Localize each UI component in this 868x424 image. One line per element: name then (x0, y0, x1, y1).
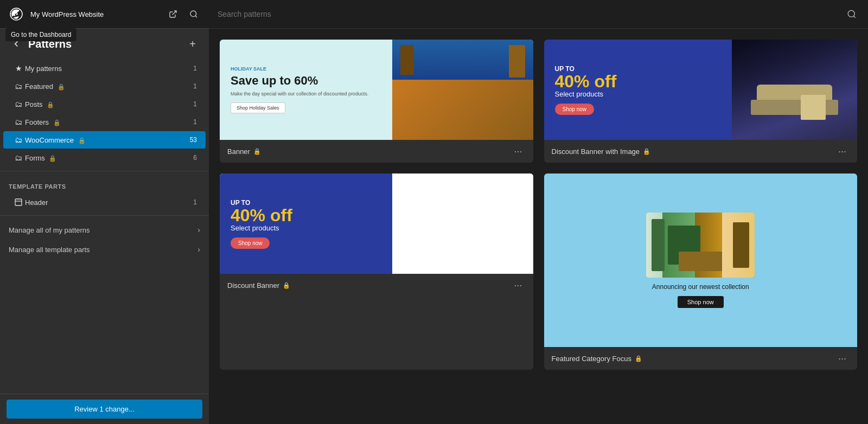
wp-logo (8, 5, 25, 23)
site-title: My WordPress Website (30, 10, 160, 18)
tooltip: Go to the Dashboard (5, 28, 76, 41)
lock-icon: 🔒 (283, 282, 290, 289)
template-parts-label: TEMPLATE PARTS (0, 176, 209, 193)
sidebar-item-label: Posts 🔒 (25, 100, 193, 108)
sidebar-item-header[interactable]: Header 1 (3, 194, 206, 211)
pattern-preview: UP TO 40% off Select products Shop now (544, 40, 858, 140)
banner-holiday-text: HOLIDAY SALE (231, 66, 381, 72)
discount-left-half: UP TO 40% off Select products Shop now (220, 174, 392, 274)
sidebar-item-label: Featured 🔒 (25, 82, 193, 91)
review-changes-button[interactable]: Review 1 change... (7, 400, 202, 419)
sidebar-item-count: 53 (190, 136, 197, 144)
manage-template-parts-label: Manage all template parts (9, 246, 90, 254)
sidebar-item-label: Forms 🔒 (25, 154, 193, 162)
sidebar-item-label: Footers 🔒 (25, 118, 193, 126)
sidebar-item-forms[interactable]: 🗂 Forms 🔒 6 (3, 149, 206, 166)
sidebar-item-count: 6 (193, 154, 197, 162)
pattern-card-banner[interactable]: HOLIDAY SALE Save up to 60% Make the day… (220, 40, 533, 163)
featured-cat-preview-content: Announcing our newest collection Shop no… (544, 174, 858, 347)
sidebar-item-count: 1 (193, 118, 197, 126)
search-bar (209, 0, 868, 29)
pattern-card-featured-category-focus[interactable]: Announcing our newest collection Shop no… (544, 174, 858, 370)
manage-patterns-label: Manage all of my patterns (9, 226, 90, 234)
sidebar-item-posts[interactable]: 🗂 Posts 🔒 1 (3, 95, 206, 113)
external-link-button[interactable] (165, 7, 181, 22)
search-submit-button[interactable] (844, 7, 859, 22)
svg-line-3 (195, 16, 197, 17)
folder-icon: 🗂 (12, 118, 25, 126)
search-input[interactable] (218, 10, 840, 18)
discount-shop-button: Shop now (231, 237, 270, 249)
banner-shop-button: Shop Holiday Sales (231, 102, 285, 113)
sidebar-top: My WordPress Website (0, 0, 209, 29)
pattern-more-button[interactable]: ··· (835, 145, 850, 157)
divider (0, 215, 209, 216)
discount-right-half (392, 174, 533, 274)
pattern-name: Featured Category Focus 🔒 (552, 355, 642, 363)
featured-text: Announcing our newest collection (652, 283, 749, 291)
banner-description: Make the day special with our collection… (231, 91, 381, 98)
folder-icon: 🗂 (12, 100, 25, 108)
sidebar-bottom: Review 1 change... (0, 394, 209, 424)
template-icon (12, 198, 25, 207)
banner-heading: Save up to 60% (231, 74, 381, 88)
discount-percent-text: 40% off (231, 207, 381, 224)
manage-template-parts-link[interactable]: Manage all template parts › (0, 240, 209, 259)
patterns-grid: HOLIDAY SALE Save up to 60% Make the day… (209, 29, 868, 424)
pattern-more-button[interactable]: ··· (510, 279, 525, 291)
svg-point-2 (190, 11, 196, 17)
pattern-footer: Featured Category Focus 🔒 ··· (544, 347, 858, 370)
lock-icon: 🔒 (643, 148, 650, 155)
sidebar-nav: ★ My patterns 1 🗂 Featured 🔒 1 🗂 Posts 🔒… (0, 59, 209, 394)
sidebar-item-footers[interactable]: 🗂 Footers 🔒 1 (3, 113, 206, 131)
manage-patterns-link[interactable]: Manage all of my patterns › (0, 220, 209, 240)
star-icon: ★ (12, 64, 25, 73)
sidebar-item-label: WooCommerce 🔒 (25, 136, 190, 144)
sidebar-item-count: 1 (193, 65, 197, 72)
sidebar-item-featured[interactable]: 🗂 Featured 🔒 1 (3, 78, 206, 95)
svg-line-1 (173, 11, 176, 15)
featured-shop-button: Shop now (678, 296, 724, 308)
pattern-more-button[interactable]: ··· (510, 145, 525, 157)
pattern-footer: Banner 🔒 ··· (220, 140, 533, 163)
sofa-image (732, 40, 857, 140)
svg-line-7 (853, 16, 855, 17)
folder-icon: 🗂 (12, 153, 25, 162)
featured-room-image (646, 213, 755, 278)
lock-icon: 🔒 (635, 355, 642, 362)
pattern-card-discount-banner-with-image[interactable]: UP TO 40% off Select products Shop now (544, 40, 858, 163)
pattern-preview: Announcing our newest collection Shop no… (544, 174, 858, 347)
chevron-right-icon: › (197, 245, 200, 254)
chevron-right-icon: › (197, 226, 200, 234)
pattern-preview: HOLIDAY SALE Save up to 60% Make the day… (220, 40, 533, 140)
discount-img-preview-content: UP TO 40% off Select products Shop now (544, 40, 858, 140)
lock-icon: 🔒 (253, 148, 261, 155)
divider (0, 171, 209, 171)
add-pattern-button[interactable]: + (185, 36, 200, 52)
sidebar: My WordPress Website Go to the Dashboard… (0, 0, 209, 424)
pattern-preview: UP TO 40% off Select products Shop now (220, 174, 533, 274)
pattern-name: Discount Banner with Image 🔒 (552, 147, 651, 156)
discount-img-left: UP TO 40% off Select products Shop now (544, 40, 732, 140)
banner-left: HOLIDAY SALE Save up to 60% Make the day… (220, 40, 392, 140)
banner-right (392, 40, 533, 140)
discount-select-text: Select products (231, 224, 381, 232)
pattern-more-button[interactable]: ··· (835, 352, 850, 364)
sidebar-item-count: 1 (193, 198, 197, 206)
main-content: HOLIDAY SALE Save up to 60% Make the day… (209, 0, 868, 424)
discount-shop-button: Shop now (555, 104, 594, 115)
sidebar-item-woocommerce[interactable]: 🗂 WooCommerce 🔒 53 (3, 131, 206, 149)
sidebar-item-label: Header (25, 198, 193, 207)
pattern-footer: Discount Banner with Image 🔒 ··· (544, 140, 858, 163)
banner-preview-content: HOLIDAY SALE Save up to 60% Make the day… (220, 40, 533, 140)
sidebar-item-my-patterns[interactable]: ★ My patterns 1 (3, 60, 206, 77)
search-button[interactable] (186, 7, 201, 22)
discount-no-img-content: UP TO 40% off Select products Shop now (220, 174, 533, 274)
pattern-name: Discount Banner 🔒 (227, 281, 290, 290)
pattern-card-discount-banner[interactable]: UP TO 40% off Select products Shop now D… (220, 174, 533, 370)
discount-select-text: Select products (555, 90, 722, 98)
sidebar-item-count: 1 (193, 82, 197, 90)
folder-icon: 🗂 (12, 136, 25, 144)
sidebar-item-count: 1 (193, 100, 197, 108)
discount-img-right (732, 40, 857, 140)
